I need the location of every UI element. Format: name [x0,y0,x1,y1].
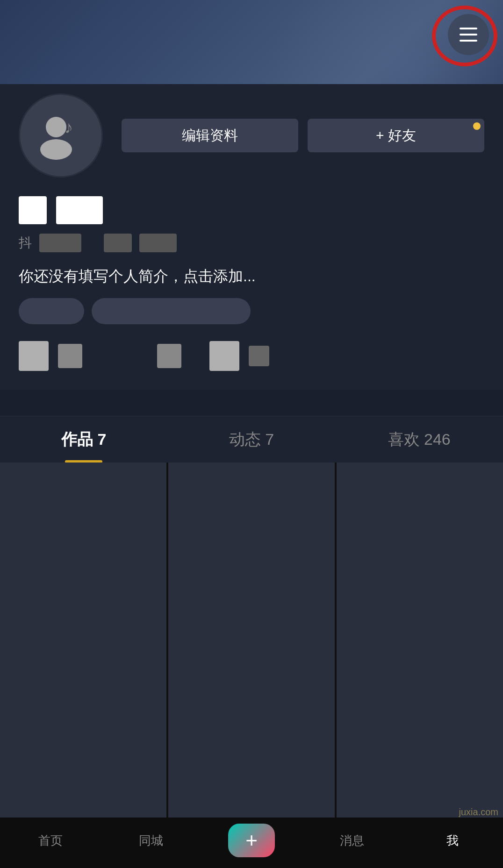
tab-dynamics[interactable]: 动态 7 [168,416,336,463]
uid-prefix: 抖 [19,234,32,252]
grid-cell-3[interactable] [337,462,503,818]
stat-icon-5 [249,346,269,366]
tags-row [19,298,484,324]
uid-block-3 [139,234,177,252]
profile-section: ♪ 编辑资料 + 好友 抖 你还没有填写个人简介，点击添加.. [0,84,503,390]
menu-line-1 [460,28,477,29]
profile-buttons: 编辑资料 + 好友 [122,119,484,152]
username-block-1 [19,196,47,224]
tab-works[interactable]: 作品 7 [0,416,168,463]
tabs-section: 作品 7 动态 7 喜欢 246 [0,416,503,463]
menu-line-2 [460,34,477,36]
tag-2 [92,298,251,324]
bio-text[interactable]: 你还没有填写个人简介，点击添加... [19,266,484,287]
menu-button[interactable] [448,14,489,55]
svg-point-1 [40,139,72,160]
grid-cell-2[interactable] [168,462,335,818]
profile-top-row: ♪ 编辑资料 + 好友 [19,84,484,178]
uid-row: 抖 [19,234,484,252]
edit-profile-button[interactable]: 编辑资料 [122,119,298,152]
nav-me[interactable]: 我 [402,832,503,849]
nav-nearby[interactable]: 同城 [101,832,201,849]
svg-text:♪: ♪ [65,118,73,137]
avatar-wrapper: ♪ [19,93,103,178]
bottom-nav: 首页 同城 + 消息 我 [0,818,503,868]
menu-line-3 [460,40,477,42]
stat-icon-3 [157,344,181,368]
svg-point-0 [46,117,66,137]
content-grid [0,462,503,818]
tab-likes[interactable]: 喜欢 246 [335,416,503,463]
username-row [19,196,484,224]
menu-btn-area [448,14,489,55]
create-button[interactable]: + [228,824,275,857]
uid-block-2 [104,234,132,252]
username-block-2 [56,196,103,224]
watermark: juxia.com [459,807,498,818]
nav-create[interactable]: + [201,824,302,857]
stat-icon-2 [58,344,82,368]
user-info: 抖 你还没有填写个人简介，点击添加... [19,196,484,371]
add-friend-button[interactable]: + 好友 [308,119,484,152]
avatar[interactable]: ♪ [19,93,103,178]
stat-icon-4 [209,341,239,371]
avatar-icon: ♪ [33,107,89,164]
nav-home[interactable]: 首页 [0,832,101,849]
stats-row [19,341,484,371]
tabs-row: 作品 7 动态 7 喜欢 246 [0,416,503,463]
tag-1 [19,298,84,324]
grid-cell-1[interactable] [0,462,166,818]
plus-icon: + [245,830,258,851]
stat-icon-1 [19,341,49,371]
notification-dot [473,122,481,130]
uid-block-1 [39,234,81,252]
nav-messages[interactable]: 消息 [302,832,402,849]
